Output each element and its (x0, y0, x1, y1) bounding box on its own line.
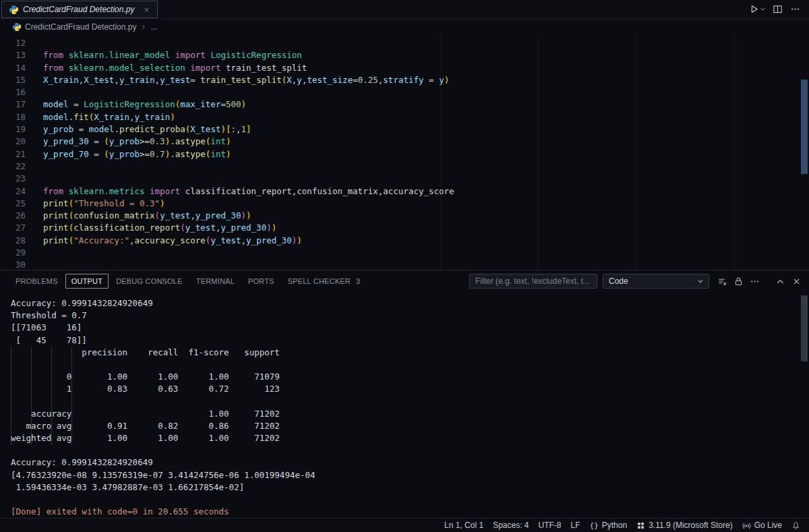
status-bar: Ln 1, Col 1Spaces: 4UTF-8LF{}Python3.11.… (0, 518, 809, 532)
code-line-28[interactable]: 28print("Accuracy:",accuracy_score(y_tes… (0, 235, 809, 247)
python-env-icon (636, 521, 645, 530)
line-number: 24 (0, 185, 26, 198)
panel-tab-debug-console[interactable]: DEBUG CONSOLE (110, 274, 189, 289)
panel-tab-ports[interactable]: PORTS (242, 274, 280, 289)
maximize-panel-button[interactable] (773, 274, 787, 289)
code-text: from sklearn.model_selection import trai… (26, 62, 307, 74)
code-line-24[interactable]: 24from sklearn.metrics import classifica… (0, 185, 809, 198)
status-label: UTF-8 (539, 521, 562, 530)
run-dropdown-button[interactable] (758, 2, 767, 17)
code-line-27[interactable]: 27print(classification_report(y_test,y_p… (0, 222, 809, 234)
code-line-12[interactable]: 12 (0, 37, 809, 49)
tab-close-icon[interactable] (141, 4, 152, 15)
status-encoding[interactable]: UTF-8 (534, 519, 566, 532)
braces-icon: {} (590, 522, 599, 529)
tab-bar: CredictCardFraud Detection.py (0, 0, 809, 19)
more-actions-button[interactable] (787, 2, 802, 17)
code-text: X_train,X_test,y_train,y_test= train_tes… (26, 74, 449, 86)
line-number: 23 (0, 173, 26, 185)
panel-tab-problems[interactable]: PROBLEMS (9, 274, 64, 289)
code-line-30[interactable]: 30 (0, 259, 809, 270)
vscode-window: CredictCardFraud Detection.py CredictCar… (0, 0, 809, 532)
output-line: Accuracy: 0.9991432824920649 (11, 456, 809, 469)
editor-lines: 1213from sklearn.linear_model import Log… (0, 37, 809, 270)
status-indentation[interactable]: Spaces: 4 (488, 519, 533, 532)
code-line-17[interactable]: 17model = LogisticRegression(max_iter=50… (0, 98, 809, 111)
code-line-23[interactable]: 23 (0, 173, 809, 185)
output-filter-input[interactable] (469, 274, 597, 289)
panel-tabs: PROBLEMSOUTPUTDEBUG CONSOLETERMINALPORTS… (9, 274, 366, 289)
code-text: y_prob = model.predict_proba(X_test)[:,1… (26, 123, 251, 136)
status-notifications[interactable] (787, 519, 805, 532)
panel-tab-label: SPELL CHECKER (288, 277, 351, 285)
output-scrollbar[interactable] (801, 295, 808, 361)
code-text (26, 37, 43, 49)
code-line-15[interactable]: 15X_train,X_test,y_train,y_test= train_t… (0, 74, 809, 86)
panel-tab-output[interactable]: OUTPUT (65, 274, 109, 289)
line-number: 29 (0, 247, 26, 259)
code-line-16[interactable]: 16 (0, 86, 809, 98)
code-line-20[interactable]: 20y_pred_30 = (y_prob>=0.3).astype(int) (0, 136, 809, 148)
statusbar-items: Ln 1, Col 1Spaces: 4UTF-8LF{}Python3.11.… (440, 519, 805, 532)
editor-tab[interactable]: CredictCardFraud Detection.py (1, 1, 158, 18)
breadcrumb: CredictCardFraud Detection.py ... (0, 19, 809, 35)
line-number: 21 (0, 148, 26, 160)
python-file-icon (9, 5, 19, 15)
status-label: Python (602, 521, 627, 530)
panel-tab-spell-checker[interactable]: SPELL CHECKER3 (282, 274, 367, 289)
breadcrumb-more[interactable]: ... (150, 22, 157, 32)
panel-more-actions-button[interactable] (747, 274, 762, 289)
panel-tab-label: TERMINAL (196, 277, 235, 285)
panel-tab-label: DEBUG CONSOLE (116, 277, 183, 285)
split-editor-button[interactable] (770, 2, 785, 17)
output-panel[interactable]: Accuracy: 0.9991432824920649Threshold = … (0, 292, 809, 518)
code-line-19[interactable]: 19y_prob = model.predict_proba(X_test)[:… (0, 123, 809, 136)
code-text: model = LogisticRegression(max_iter=500) (26, 98, 246, 111)
code-line-21[interactable]: 21y_pred_70 = (y_prob>=0.7).astype(int) (0, 148, 809, 160)
line-number: 18 (0, 111, 26, 123)
code-line-25[interactable]: 25print("Threshold = 0.3") (0, 198, 809, 210)
code-text: y_pred_30 = (y_prob>=0.3).astype(int) (26, 136, 231, 148)
output-line: [4.76323920e-08 9.13576319e-07 3.4142475… (11, 469, 809, 481)
status-language-mode[interactable]: {}Python (585, 519, 632, 532)
status-cursor-position[interactable]: Ln 1, Col 1 (440, 519, 488, 532)
output-line: accuracy 1.00 71202 (11, 408, 809, 420)
status-python-interpreter[interactable]: 3.11.9 (Microsoft Store) (632, 519, 738, 532)
python-file-icon (12, 22, 22, 32)
output-channel-select[interactable]: Code (603, 274, 709, 289)
breadcrumb-file[interactable]: CredictCardFraud Detection.py (25, 22, 136, 32)
code-text: model.fit(X_train,y_train) (26, 111, 175, 123)
toggle-auto-scroll-button[interactable] (731, 274, 746, 289)
output-line: 0 1.00 1.00 1.00 71079 (11, 371, 809, 383)
code-text (26, 160, 43, 173)
output-channel-value: Code (609, 276, 628, 286)
close-panel-button[interactable] (789, 274, 804, 289)
panel-tab-terminal[interactable]: TERMINAL (190, 274, 241, 289)
code-editor[interactable]: 1213from sklearn.linear_model import Log… (0, 35, 809, 270)
code-line-14[interactable]: 14from sklearn.model_selection import tr… (0, 62, 809, 74)
code-line-29[interactable]: 29 (0, 247, 809, 259)
code-line-13[interactable]: 13from sklearn.linear_model import Logis… (0, 49, 809, 61)
panel-tab-label: PORTS (248, 277, 274, 285)
output-line: Accuracy: 0.9991432824920649 (11, 297, 809, 309)
status-go-live[interactable]: Go Live (738, 519, 787, 532)
output-line: precision recall f1-score support (11, 347, 809, 359)
code-line-18[interactable]: 18model.fit(X_train,y_train) (0, 111, 809, 123)
clear-output-button[interactable] (715, 274, 729, 289)
output-line: weighted avg 1.00 1.00 1.00 71202 (11, 432, 809, 444)
output-line: [[71063 16] (11, 322, 809, 334)
panel-header: PROBLEMSOUTPUTDEBUG CONSOLETERMINALPORTS… (0, 270, 809, 292)
chevron-down-icon (696, 277, 705, 285)
line-number: 28 (0, 235, 26, 247)
code-line-22[interactable]: 22 (0, 160, 809, 173)
output-line: [Done] exited with code=0 in 20.655 seco… (11, 506, 809, 518)
editor-scrollbar[interactable] (801, 80, 808, 174)
status-label: 3.11.9 (Microsoft Store) (649, 521, 733, 530)
code-line-26[interactable]: 26print(confusion_matrix(y_test,y_pred_3… (0, 210, 809, 222)
line-number: 22 (0, 160, 26, 173)
status-label: LF (571, 521, 580, 530)
output-line: [ 45 78]] (11, 334, 809, 347)
panel-actions (715, 274, 804, 289)
line-number: 14 (0, 62, 26, 74)
status-eol[interactable]: LF (566, 519, 585, 532)
